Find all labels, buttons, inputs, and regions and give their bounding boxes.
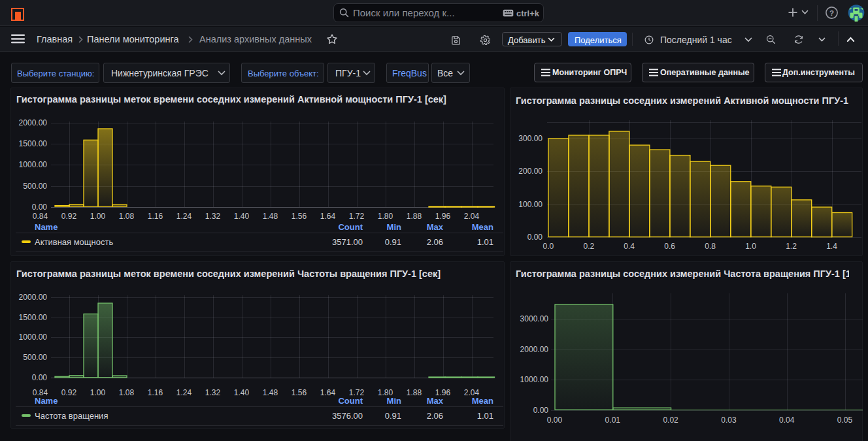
- svg-text:?: ?: [829, 9, 834, 17]
